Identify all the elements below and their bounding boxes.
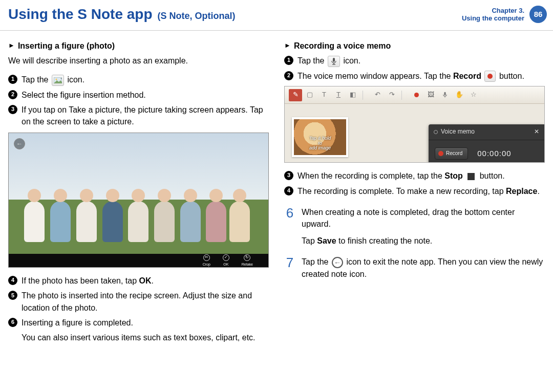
- page-number-badge: 86: [529, 6, 547, 23]
- person: [50, 201, 71, 242]
- svg-point-1: [55, 78, 57, 80]
- voice-memo-screenshot: ✎ ▢ T T ◧ ↶ ↷ 🖼 ✋ ☆ Tap &: [284, 86, 545, 163]
- step-text: Tap the icon.: [297, 55, 360, 67]
- step-number: 1: [284, 56, 293, 65]
- title-sub: (S Note, Optional): [158, 9, 236, 23]
- snote-toolbar: ✎ ▢ T T ◧ ↶ ↷ 🖼 ✋ ☆: [285, 86, 544, 104]
- left-heading: ► Inserting a figure (photo): [8, 40, 269, 52]
- step-number: 5: [8, 291, 17, 300]
- insert-photo-icon: +: [52, 75, 64, 86]
- person: [154, 201, 175, 242]
- header-title: Using the S Note app (S Note, Optional): [8, 4, 236, 25]
- camera-screenshot: ← ✂Crop ✓OK ↻Retake: [8, 133, 269, 268]
- person: [180, 201, 201, 242]
- step-number: 3: [284, 171, 293, 180]
- left-column: ► Inserting a figure (photo) We will des…: [8, 40, 269, 347]
- photo-scene: [9, 133, 268, 254]
- microphone-icon: [328, 56, 340, 67]
- record-icon: [484, 71, 496, 82]
- back-arrow-icon: ←: [332, 257, 343, 268]
- person: [102, 201, 123, 242]
- big-step-7: 7 Tap the ← icon to exit the note app. T…: [284, 256, 545, 280]
- ok-button[interactable]: ✓OK: [223, 254, 229, 267]
- left-step-4: 4 If the photo has been taken, tap OK.: [8, 275, 269, 287]
- step-text: If you tap on Take a picture, the pictur…: [22, 104, 269, 127]
- image-placeholder[interactable]: Tap & hold to add image: [292, 117, 348, 157]
- content-columns: ► Inserting a figure (photo) We will des…: [0, 31, 553, 347]
- chapter-label: Chapter 3. Using the computer: [462, 7, 524, 23]
- big-step-number: 6: [284, 206, 295, 220]
- text-tool-icon[interactable]: T: [317, 89, 331, 101]
- right-heading-text: Recording a voice memo: [294, 40, 391, 52]
- big-step-text: When creating a note is completed, drag …: [302, 206, 545, 247]
- person: [76, 201, 97, 242]
- voice-memo-popup: Voice memo ✕ Record 00:00:00: [429, 124, 544, 163]
- left-step-6: 6 Inserting a figure is completed.: [8, 317, 269, 329]
- step-text: The recording is complete. To make a new…: [297, 185, 540, 197]
- person: [206, 201, 226, 242]
- popup-close-icon[interactable]: ✕: [534, 127, 539, 136]
- pen-tool-icon[interactable]: ✎: [289, 89, 302, 101]
- left-step-1: 1 Tap the + icon.: [8, 74, 269, 86]
- step-number: 2: [284, 71, 293, 80]
- step-number: 2: [8, 90, 17, 99]
- step-number: 3: [8, 105, 17, 114]
- left-step-5: 5 The photo is inserted into the recipe …: [8, 290, 269, 313]
- image-tool-icon[interactable]: 🖼: [424, 89, 437, 101]
- right-heading: ► Recording a voice memo: [284, 40, 545, 52]
- retake-button[interactable]: ↻Retake: [242, 254, 253, 267]
- record-button-label: Record: [446, 150, 462, 158]
- svg-text:+: +: [60, 77, 62, 80]
- big-step-6: 6 When creating a note is completed, dra…: [284, 206, 545, 247]
- eraser-tool-icon[interactable]: ◧: [346, 89, 359, 101]
- left-heading-text: Inserting a figure (photo): [18, 40, 115, 52]
- textstyle-tool-icon[interactable]: T: [332, 89, 345, 101]
- right-step-3: 3 When the recording is complete, tap th…: [284, 170, 545, 182]
- step-number: 4: [8, 276, 17, 285]
- big-step-text: Tap the ← icon to exit the note app. The…: [302, 256, 545, 280]
- chapter-line1: Chapter 3.: [462, 7, 524, 15]
- triangle-icon: ►: [284, 41, 291, 51]
- undo-icon[interactable]: ↶: [371, 89, 384, 101]
- mic-tool-icon[interactable]: [438, 89, 452, 101]
- step-text: The voice memo window appears. Tap the R…: [297, 70, 524, 82]
- right-step-4: 4 The recording is complete. To make a n…: [284, 185, 545, 197]
- triangle-icon: ►: [8, 41, 15, 51]
- chapter-line2: Using the computer: [462, 14, 524, 23]
- record-indicator-icon: [434, 130, 438, 134]
- footnote-text: You can also insert various items such a…: [22, 332, 256, 343]
- svg-rect-6: [444, 92, 445, 96]
- step-number: 6: [8, 318, 17, 327]
- step-text: If the photo has been taken, tap OK.: [22, 275, 154, 287]
- hand-tool-icon[interactable]: ✋: [453, 89, 466, 101]
- big-step-number: 7: [284, 256, 295, 269]
- page-header: Using the S Note app (S Note, Optional) …: [0, 0, 553, 31]
- recording-time: 00:00:00: [477, 148, 511, 159]
- crop-button[interactable]: ✂Crop: [203, 254, 210, 267]
- step-number: 1: [8, 75, 17, 84]
- left-footnote: You can also insert various items such a…: [22, 332, 269, 343]
- shape-tool-icon[interactable]: ▢: [303, 89, 316, 101]
- star-tool-icon[interactable]: ☆: [467, 89, 480, 101]
- step-text: Tap the + icon.: [22, 74, 84, 86]
- image-placeholder-label: Tap & hold to add image: [307, 136, 333, 151]
- left-step-2: 2 Select the figure insertion method.: [8, 89, 269, 101]
- step-text: The photo is inserted into the recipe sc…: [22, 290, 269, 313]
- person: [229, 201, 250, 242]
- popup-header: Voice memo ✕: [429, 124, 544, 140]
- header-meta: Chapter 3. Using the computer 86: [462, 6, 547, 23]
- svg-rect-3: [333, 58, 335, 62]
- right-column: ► Recording a voice memo 1 Tap the icon.…: [284, 40, 545, 347]
- right-step-2: 2 The voice memo window appears. Tap the…: [284, 70, 545, 82]
- record-tool-icon[interactable]: [410, 89, 423, 101]
- popup-body: Record 00:00:00: [429, 140, 544, 163]
- record-dot-icon: [438, 151, 443, 156]
- step-text: When the recording is complete, tap the …: [297, 170, 505, 182]
- person: [24, 201, 45, 242]
- redo-icon[interactable]: ↷: [385, 89, 398, 101]
- popup-title: Voice memo: [434, 127, 475, 136]
- step-number: 4: [284, 186, 293, 195]
- record-button[interactable]: Record: [435, 147, 468, 160]
- stop-icon: [466, 172, 476, 181]
- person: [128, 201, 148, 242]
